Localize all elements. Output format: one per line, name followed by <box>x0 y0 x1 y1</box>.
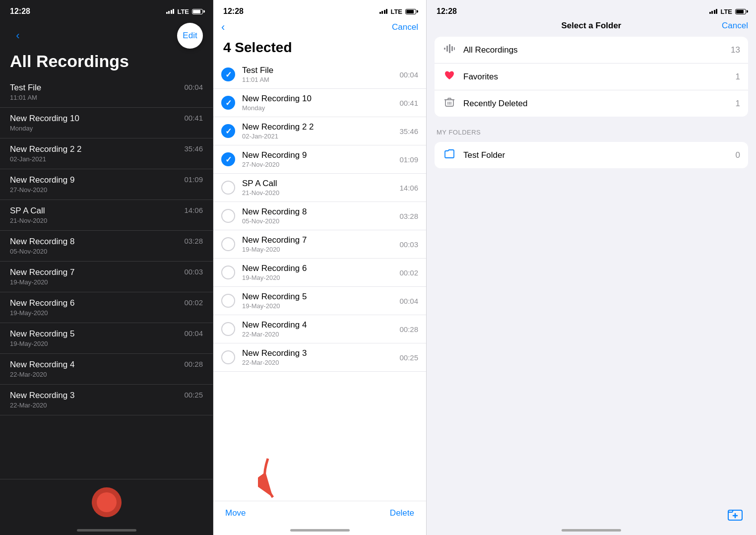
folder-item[interactable]: Recently Deleted 1 <box>435 90 748 117</box>
my-folder-item[interactable]: Test Folder 0 <box>435 142 748 168</box>
selection-item[interactable]: New Recording 10 Monday 00:41 <box>213 89 426 117</box>
move-button[interactable]: Move <box>225 508 246 518</box>
cancel-button-p2[interactable]: Cancel <box>392 22 418 32</box>
folder-item[interactable]: All Recordings 13 <box>435 37 748 64</box>
rec-date: 21-Nov-2020 <box>10 217 203 224</box>
sel-item-info: New Recording 9 27-Nov-2020 <box>242 150 392 168</box>
sel-item-duration: 00:04 <box>399 297 418 305</box>
sel-item-name: SP A Call <box>242 179 392 189</box>
selection-item[interactable]: SP A Call 21-Nov-2020 14:06 <box>213 174 426 202</box>
rec-name: New Recording 7 <box>10 268 74 277</box>
sel-item-date: 27-Nov-2020 <box>242 161 392 168</box>
my-folders-label: MY FOLDERS <box>427 121 756 138</box>
sel-item-info: New Recording 5 19-May-2020 <box>242 292 392 310</box>
edit-label-p1: Edit <box>183 31 197 41</box>
sel-checkbox[interactable] <box>221 294 235 308</box>
sel-item-date: 22-Mar-2020 <box>242 359 392 366</box>
sel-checkbox[interactable] <box>221 67 235 81</box>
recording-item[interactable]: New Recording 10 00:41 Monday <box>0 108 213 138</box>
sel-checkbox[interactable] <box>221 322 235 336</box>
recording-list-p1: Test File 00:04 11:01 AM New Recording 1… <box>0 77 213 479</box>
recording-item[interactable]: New Recording 9 01:09 27-Nov-2020 <box>0 169 213 200</box>
recording-item[interactable]: New Recording 3 00:25 22-Mar-2020 <box>0 385 213 415</box>
recording-item[interactable]: New Recording 8 03:28 05-Nov-2020 <box>0 231 213 262</box>
recording-item[interactable]: Test File 00:04 11:01 AM <box>0 77 213 108</box>
rec-name: Test File <box>10 83 41 93</box>
panel2-footer: Move Delete <box>213 501 426 525</box>
selection-item[interactable]: New Recording 7 19-May-2020 00:03 <box>213 230 426 259</box>
selection-item[interactable]: New Recording 4 22-Mar-2020 00:28 <box>213 315 426 343</box>
sel-checkbox[interactable] <box>221 124 235 138</box>
rec-duration: 00:03 <box>184 268 203 276</box>
selection-item[interactable]: New Recording 3 22-Mar-2020 00:25 <box>213 343 426 372</box>
panel-all-recordings: 12:28 LTE ‹ Edit All Recordings Test Fil… <box>0 0 213 535</box>
selection-item[interactable]: New Recording 8 05-Nov-2020 03:28 <box>213 202 426 230</box>
selection-item[interactable]: New Recording 2 2 02-Jan-2021 35:46 <box>213 117 426 145</box>
sel-item-duration: 00:28 <box>399 325 418 334</box>
panel1-header: ‹ Edit <box>0 19 213 51</box>
sel-item-duration: 03:28 <box>399 212 418 220</box>
home-bar-p3 <box>562 529 621 532</box>
back-arrow-icon-p1: ‹ <box>16 29 19 42</box>
sel-item-name: New Recording 9 <box>242 150 392 160</box>
recording-item[interactable]: New Recording 6 00:02 19-May-2020 <box>0 292 213 323</box>
recording-item[interactable]: New Recording 4 00:28 22-Mar-2020 <box>0 354 213 385</box>
rec-duration: 03:28 <box>184 237 203 245</box>
status-bar-p2: 12:28 LTE <box>213 0 426 19</box>
new-folder-button[interactable] <box>724 503 746 525</box>
recording-item[interactable]: SP A Call 14:06 21-Nov-2020 <box>0 200 213 231</box>
sel-checkbox[interactable] <box>221 96 235 110</box>
sel-checkbox[interactable] <box>221 350 235 364</box>
sel-checkbox[interactable] <box>221 181 235 195</box>
sel-item-info: New Recording 7 19-May-2020 <box>242 235 392 253</box>
sel-item-name: New Recording 8 <box>242 207 392 217</box>
sel-item-date: Monday <box>242 104 392 112</box>
sel-item-duration: 00:41 <box>399 99 418 107</box>
panel-selection: 12:28 LTE ‹ Cancel 4 Selected Test File … <box>213 0 427 535</box>
recording-item[interactable]: New Recording 7 00:03 19-May-2020 <box>0 262 213 292</box>
rec-duration: 00:28 <box>184 360 203 368</box>
panel2-header: ‹ Cancel <box>213 19 426 38</box>
home-bar-p1 <box>77 529 136 532</box>
sel-item-name: New Recording 2 2 <box>242 122 392 132</box>
home-bar-p2 <box>290 529 350 532</box>
time-p1: 12:28 <box>10 7 30 16</box>
edit-button-p1[interactable]: Edit <box>177 23 203 49</box>
rec-name: New Recording 8 <box>10 237 74 247</box>
rec-date: 05-Nov-2020 <box>10 248 203 255</box>
time-p3: 12:28 <box>437 7 457 16</box>
signal-icon-p3 <box>709 9 718 14</box>
sel-item-name: New Recording 4 <box>242 320 392 330</box>
panel-select-folder: 12:28 LTE Select a Folder Cancel All Rec… <box>427 0 756 535</box>
recording-item[interactable]: New Recording 2 2 35:46 02-Jan-2021 <box>0 138 213 169</box>
selection-item[interactable]: New Recording 9 27-Nov-2020 01:09 <box>213 145 426 174</box>
sel-item-name: New Recording 10 <box>242 94 392 104</box>
cancel-button-p3[interactable]: Cancel <box>718 21 748 31</box>
back-button-p1[interactable]: ‹ <box>10 28 26 44</box>
selection-item[interactable]: New Recording 6 19-May-2020 00:02 <box>213 259 426 287</box>
rec-duration: 35:46 <box>184 144 203 153</box>
lte-label-p2: LTE <box>390 8 402 15</box>
time-p2: 12:28 <box>223 7 244 16</box>
sel-item-info: New Recording 3 22-Mar-2020 <box>242 348 392 366</box>
sel-checkbox[interactable] <box>221 266 235 279</box>
recording-item[interactable]: New Recording 5 00:04 19-May-2020 <box>0 323 213 354</box>
record-button[interactable] <box>92 487 122 517</box>
back-arrow-p2[interactable]: ‹ <box>221 21 225 34</box>
sel-checkbox[interactable] <box>221 237 235 251</box>
rec-duration: 00:04 <box>184 83 203 91</box>
rec-duration: 00:04 <box>184 329 203 337</box>
sel-item-info: New Recording 4 22-Mar-2020 <box>242 320 392 338</box>
selection-list: Test File 11:01 AM 00:04 New Recording 1… <box>213 61 426 501</box>
svg-rect-2 <box>446 46 448 52</box>
folder-count: 1 <box>736 72 740 82</box>
folder-item[interactable]: Favorites 1 <box>435 64 748 90</box>
sel-checkbox[interactable] <box>221 209 235 223</box>
sel-item-duration: 01:09 <box>399 155 418 164</box>
selection-item[interactable]: Test File 11:01 AM 00:04 <box>213 61 426 89</box>
sel-item-duration: 00:25 <box>399 353 418 362</box>
sel-item-info: New Recording 6 19-May-2020 <box>242 264 392 281</box>
sel-checkbox[interactable] <box>221 152 235 166</box>
delete-button[interactable]: Delete <box>390 508 414 518</box>
selection-item[interactable]: New Recording 5 19-May-2020 00:04 <box>213 287 426 315</box>
